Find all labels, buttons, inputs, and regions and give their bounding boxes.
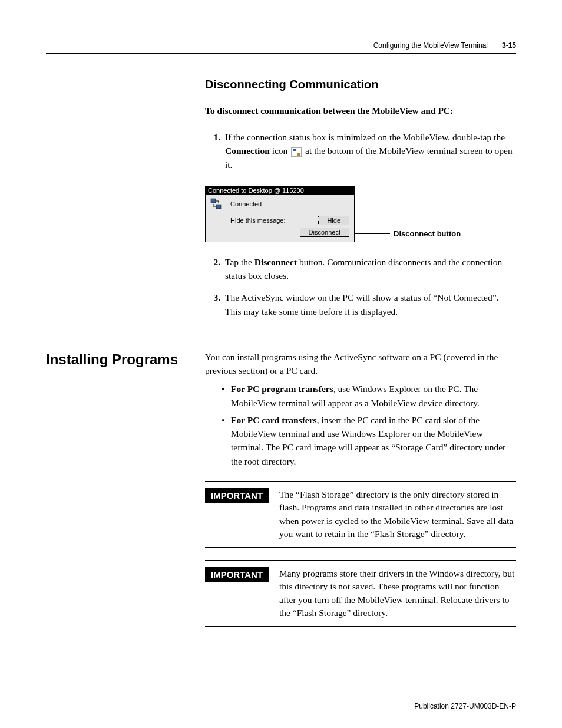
sync-icon: [210, 198, 222, 210]
callout-label: Disconnect button: [394, 229, 461, 238]
hide-button[interactable]: Hide: [318, 216, 349, 225]
step-number: 3.: [205, 291, 220, 318]
bullet-pc-program: For PC program transfers, use Windows Ex…: [222, 382, 516, 410]
important-label: IMPORTANT: [205, 488, 269, 503]
svg-rect-0: [211, 199, 216, 203]
svg-rect-1: [216, 205, 221, 209]
section-intro: You can install programs using the Activ…: [205, 350, 516, 378]
step-1: 1. If the connection status box is minim…: [205, 130, 516, 172]
subsection-heading: Disconnecting Communication: [205, 78, 516, 91]
publication-footer: Publication 2727-UM003D-EN-P: [414, 702, 516, 710]
header-title: Configuring the MobileView Terminal: [373, 41, 488, 50]
important-text: The “Flash Storage” directory is the onl…: [279, 488, 516, 541]
hide-message-label: Hide this message:: [230, 217, 286, 224]
important-text: Many programs store their drivers in the…: [279, 567, 516, 620]
connection-window-figure: Connected to Desktop @ 115200 Connected: [205, 186, 516, 242]
connection-status-text: Connected: [230, 200, 262, 207]
window-titlebar: Connected to Desktop @ 115200: [206, 186, 354, 195]
important-box-2: IMPORTANT Many programs store their driv…: [205, 560, 516, 627]
step-3: 3. The ActiveSync window on the PC will …: [205, 291, 516, 318]
section-heading: Installing Programs: [46, 351, 205, 368]
bullet-pc-card: For PC card transfers, insert the PC car…: [222, 413, 516, 468]
callout-line: [355, 233, 390, 234]
disconnect-button[interactable]: Disconnect: [300, 228, 349, 237]
step-2: 2. Tap the Disconnect button. Communicat…: [205, 255, 516, 283]
important-label: IMPORTANT: [205, 567, 269, 582]
connection-icon: [291, 147, 302, 157]
connection-window: Connected to Desktop @ 115200 Connected: [205, 186, 355, 242]
step-number: 1.: [205, 130, 220, 172]
page-header: Configuring the MobileView Terminal 3-15: [46, 41, 516, 54]
important-box-1: IMPORTANT The “Flash Storage” directory …: [205, 481, 516, 548]
header-page-number: 3-15: [502, 41, 516, 50]
step-number: 2.: [205, 255, 220, 283]
intro-text: To disconnect communication between the …: [205, 106, 516, 116]
